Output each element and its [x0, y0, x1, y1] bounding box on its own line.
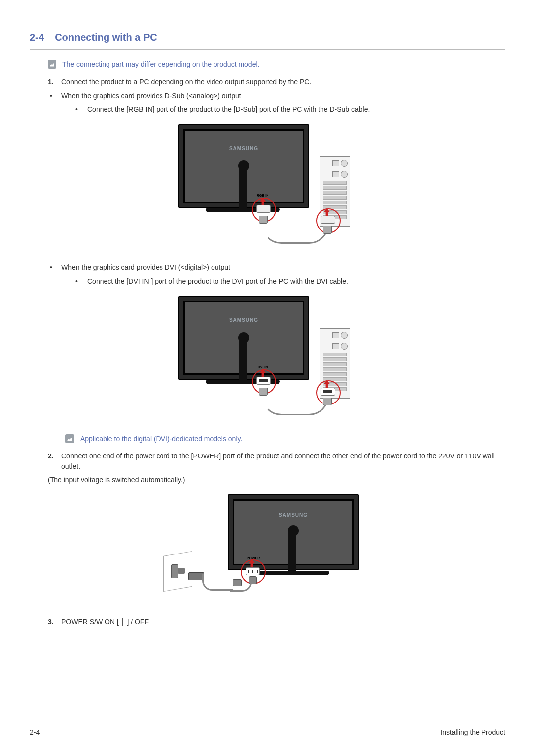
bullet-dvi: When the graphics card provides DVI (<di…: [48, 262, 505, 287]
dsub-detail: Connect the [RGB IN] port of the product…: [87, 105, 370, 113]
note-icon: [65, 434, 74, 443]
rgb-in-label: RGB IN: [253, 194, 272, 197]
step-1: Connect the product to a PC depending on…: [48, 77, 505, 87]
cable-icon: [202, 574, 233, 591]
dvi-detail: Connect the [DVI IN ] port of the produc…: [87, 277, 348, 285]
auto-voltage-note: (The input voltage is switched automatic…: [48, 475, 505, 485]
section-number: 2-4: [30, 32, 44, 43]
step-3-text: POWER S/W ON [ │ ] / OFF: [61, 618, 149, 626]
section-title: Connecting with a PC: [55, 32, 157, 43]
dvi-in-label: DVI IN: [253, 365, 272, 369]
figure-dvi-connection: SAMSUNG DVI IN: [173, 296, 362, 420]
dsub-intro: When the graphics card provides D-Sub (<…: [61, 92, 241, 100]
brand-label: SAMSUNG: [185, 146, 303, 151]
wall-plug-icon: [171, 564, 178, 578]
sub-bullet-dsub: Connect the [RGB IN] port of the product…: [73, 104, 505, 115]
note-connecting-part: The connecting part may differ depending…: [48, 59, 505, 70]
page-footer: 2-4 Installing the Product: [30, 724, 505, 736]
brand-label: SAMSUNG: [234, 512, 352, 518]
cable-icon: [230, 582, 252, 592]
note-dvi-only: Applicable to the digital (DVI)-dedicate…: [65, 434, 505, 444]
step-2: Connect one end of the power cord to the…: [48, 451, 505, 472]
brand-label: SAMSUNG: [185, 317, 303, 323]
cable-plug-icon: [323, 398, 332, 405]
bullet-dsub: When the graphics card provides D-Sub (<…: [48, 90, 505, 115]
figure-rgb-connection: SAMSUNG RGB IN: [173, 124, 362, 248]
dvi-intro: When the graphics card provides DVI (<di…: [61, 263, 230, 271]
step-2-text: Connect one end of the power cord to the…: [61, 452, 495, 470]
cable-plug-icon: [323, 226, 332, 234]
footer-left: 2-4: [30, 728, 40, 736]
step-1-text: Connect the product to a PC depending on…: [61, 78, 311, 86]
note-text: Applicable to the digital (DVI)-dedicate…: [80, 434, 242, 444]
step-3: POWER S/W ON [ │ ] / OFF: [48, 617, 505, 627]
figure-power-connection: SAMSUNG POWER: [159, 494, 376, 603]
note-text: The connecting part may differ depending…: [62, 59, 259, 70]
note-icon: [48, 60, 56, 69]
sub-bullet-dvi: Connect the [DVI IN ] port of the produc…: [73, 276, 505, 287]
section-heading: 2-4 Connecting with a PC: [30, 32, 505, 50]
footer-right: Installing the Product: [440, 728, 505, 736]
